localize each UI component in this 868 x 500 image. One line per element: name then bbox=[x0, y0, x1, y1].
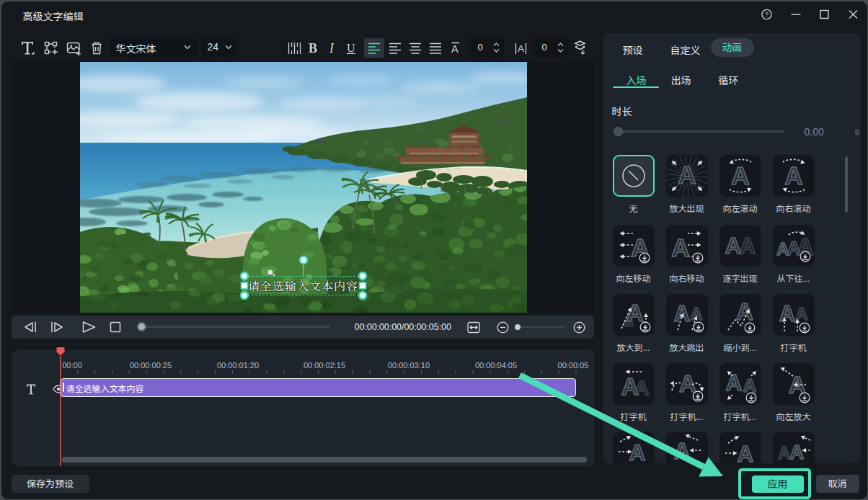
svg-text:00:00:00:25: 00:00:00:25 bbox=[129, 361, 171, 370]
svg-text:A: A bbox=[789, 441, 803, 463]
svg-text:A: A bbox=[736, 298, 753, 325]
svg-text:00:00:01:20: 00:00:01:20 bbox=[216, 361, 258, 370]
svg-text:A: A bbox=[737, 442, 753, 463]
svg-text:A: A bbox=[690, 304, 702, 323]
svg-text:A: A bbox=[731, 161, 749, 189]
svg-text:A: A bbox=[673, 301, 689, 326]
svg-text:A: A bbox=[739, 233, 755, 259]
svg-text:A: A bbox=[517, 43, 523, 54]
svg-text:00:00:02:15: 00:00:02:15 bbox=[303, 361, 345, 370]
svg-text:A: A bbox=[451, 43, 459, 55]
svg-text:?: ? bbox=[764, 10, 768, 18]
svg-text:00:00:03:10: 00:00:03:10 bbox=[387, 361, 429, 370]
svg-text:A: A bbox=[626, 300, 644, 326]
svg-text:A: A bbox=[678, 161, 696, 189]
svg-text:A: A bbox=[779, 301, 794, 326]
svg-text:A: A bbox=[671, 233, 689, 262]
svg-text:00:00: 00:00 bbox=[62, 361, 82, 370]
svg-text:A: A bbox=[784, 161, 802, 189]
